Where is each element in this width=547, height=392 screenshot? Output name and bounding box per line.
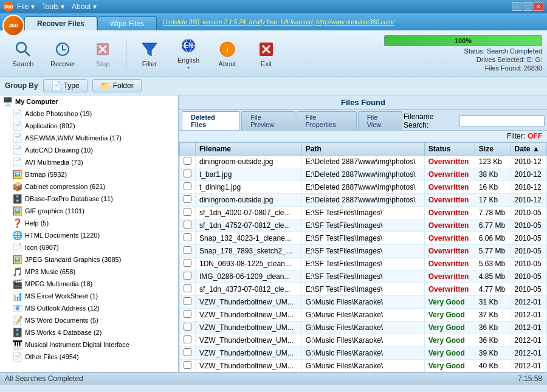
table-row[interactable]: diningroom-outside.jpg E:\Deleted 2887\w… bbox=[180, 156, 547, 168]
row-checkbox[interactable] bbox=[184, 348, 191, 356]
search-button[interactable]: Search bbox=[5, 36, 41, 70]
table-row[interactable]: sf_1dn_4752-07-0812_cle... E:\SF TestFil… bbox=[180, 219, 547, 232]
tree-item[interactable]: 📄AutoCAD Drawing (10) bbox=[0, 144, 178, 156]
row-checkbox[interactable] bbox=[184, 208, 191, 216]
row-checkbox[interactable] bbox=[184, 297, 191, 305]
file-table-container[interactable]: Filename Path Status Size Date ▲ diningr… bbox=[179, 142, 547, 372]
row-checkbox-cell bbox=[180, 322, 196, 334]
table-row[interactable]: IMG_0286-06-1209_clean... E:\SF TestFile… bbox=[180, 270, 547, 283]
col-header-size[interactable]: Size bbox=[475, 143, 511, 156]
table-row[interactable]: Snap_132_4023-1_cleane... E:\SF TestFile… bbox=[180, 232, 547, 245]
tree-item[interactable]: 🗄️DBase-FoxPro Database (11) bbox=[0, 193, 178, 205]
row-status: Overwritten bbox=[424, 181, 475, 194]
table-row[interactable]: VZW_Thunderboltnew_UM... G:\Music Files\… bbox=[180, 296, 547, 309]
tree-item[interactable]: ❓Help (5) bbox=[0, 217, 178, 229]
row-date: 2010-05 bbox=[511, 219, 546, 232]
tree-item[interactable]: 🎬MPEG Multimedia (18) bbox=[0, 278, 178, 290]
close-button[interactable]: ✕ bbox=[534, 2, 543, 11]
row-checkbox-cell bbox=[180, 194, 196, 207]
row-size: 5.63 Mb bbox=[475, 258, 511, 270]
filter-button[interactable]: Filter bbox=[131, 36, 168, 70]
tree-item[interactable]: 📄Application (892) bbox=[0, 120, 178, 132]
col-header-date[interactable]: Date ▲ bbox=[511, 143, 546, 156]
row-filename: sf_1dn_4373-07-0812_cle... bbox=[196, 283, 302, 296]
col-header-filename[interactable]: Filename bbox=[196, 143, 302, 156]
row-checkbox[interactable] bbox=[184, 182, 191, 190]
table-row[interactable]: VZW_Thunderboltnew_UM... G:\Music Files\… bbox=[180, 360, 547, 373]
row-checkbox[interactable] bbox=[184, 310, 191, 318]
header-link[interactable]: Undelete 360, version 2.1.5.24, totally … bbox=[163, 19, 394, 26]
row-checkbox[interactable] bbox=[184, 157, 191, 165]
row-status: Overwritten bbox=[424, 194, 475, 207]
row-checkbox[interactable] bbox=[184, 323, 191, 331]
tree-item[interactable]: 🎵MP3 Music (658) bbox=[0, 266, 178, 278]
row-path: G:\Music Files\Karaoke\ bbox=[301, 296, 424, 309]
row-checkbox[interactable] bbox=[184, 170, 191, 177]
table-row[interactable]: t_bar1.jpg E:\Deleted 2887\www\img\photo… bbox=[180, 168, 547, 181]
tree-item-label: MPEG Multimedia (18) bbox=[25, 280, 92, 287]
menu-file[interactable]: File ▾ bbox=[17, 2, 35, 11]
table-row[interactable]: Snap_178_7893_sketch2_... E:\SF TestFile… bbox=[180, 245, 547, 258]
toolbar-separator-1 bbox=[126, 38, 126, 69]
groupby-type-button[interactable]: 📄 Type bbox=[43, 79, 88, 92]
row-size: 5.77 Mb bbox=[475, 245, 511, 258]
col-header-status[interactable]: Status bbox=[424, 143, 475, 156]
table-row[interactable]: VZW_Thunderboltnew_UM... G:\Music Files\… bbox=[180, 334, 547, 347]
tab-deleted-files[interactable]: Deleted Files bbox=[182, 111, 240, 130]
row-date: 2010-05 bbox=[511, 283, 546, 296]
recover-button[interactable]: Recover bbox=[44, 36, 82, 70]
row-date: 2010-05 bbox=[511, 258, 546, 270]
row-checkbox[interactable] bbox=[184, 361, 191, 369]
row-status: Overwritten bbox=[424, 258, 475, 270]
row-checkbox[interactable] bbox=[184, 233, 191, 241]
row-checkbox[interactable] bbox=[184, 246, 191, 254]
exit-button[interactable]: Exit bbox=[248, 36, 284, 70]
tree-item[interactable]: 📄Adobe Photoshop (19) bbox=[0, 108, 178, 120]
tree-item[interactable]: 📝MS Word Documents (5) bbox=[0, 314, 178, 326]
col-header-path[interactable]: Path bbox=[301, 143, 424, 156]
table-row[interactable]: VZW_Thunderboltnew_UM... G:\Music Files\… bbox=[180, 322, 547, 334]
tree-root[interactable]: 🖥️ My Computer bbox=[0, 95, 178, 108]
table-row[interactable]: VZW_Thunderboltnew_UM... G:\Music Files\… bbox=[180, 347, 547, 360]
tree-item[interactable]: 📧MS Outlook Address (12) bbox=[0, 302, 178, 314]
table-row[interactable]: sf_1dn_4020-07-0807_cle... E:\SF TestFil… bbox=[180, 207, 547, 219]
table-row[interactable]: diningroom-outside.jpg E:\Deleted 2887\w… bbox=[180, 194, 547, 207]
row-checkbox[interactable] bbox=[184, 335, 191, 343]
tab-wipe-files[interactable]: Wipe Files bbox=[97, 16, 157, 30]
tree-item[interactable]: 🗄️MS Works 4 Database (2) bbox=[0, 326, 178, 339]
tab-file-properties[interactable]: File Properties bbox=[297, 111, 357, 130]
row-checkbox[interactable] bbox=[184, 259, 191, 267]
tree-item[interactable]: 🎹Musical Instrument Digital Interface bbox=[0, 339, 178, 351]
tree-item[interactable]: 🌐HTML Documents (1220) bbox=[0, 229, 178, 241]
row-size: 36 Kb bbox=[475, 322, 511, 334]
row-checkbox[interactable] bbox=[184, 195, 191, 203]
table-row[interactable]: t_dining1.jpg E:\Deleted 2887\www\img\ph… bbox=[180, 181, 547, 194]
tree-item[interactable]: 🖼️JPEG Standard Graphics (3085) bbox=[0, 253, 178, 266]
tree-item[interactable]: 📄Icon (6907) bbox=[0, 241, 178, 253]
stop-button[interactable]: Stop bbox=[84, 36, 121, 70]
table-row[interactable]: sf_1dn_4373-07-0812_cle... E:\SF TestFil… bbox=[180, 283, 547, 296]
table-row[interactable]: 1DN_0693-08-1225_clean... E:\SF TestFile… bbox=[180, 258, 547, 270]
tab-file-preview[interactable]: File Preview bbox=[241, 111, 295, 130]
row-checkbox[interactable] bbox=[184, 221, 191, 229]
tab-file-view[interactable]: File View bbox=[358, 111, 402, 130]
menu-about[interactable]: About ▾ bbox=[72, 2, 97, 11]
filename-search-input[interactable] bbox=[459, 115, 545, 126]
table-row[interactable]: VZW_Thunderboltnew_UM... G:\Music Files\… bbox=[180, 309, 547, 322]
row-checkbox[interactable] bbox=[184, 272, 191, 280]
groupby-folder-button[interactable]: 📁 Folder bbox=[92, 79, 142, 92]
tab-recover-files[interactable]: Recover Files bbox=[24, 16, 97, 30]
tree-item[interactable]: 📊MS Excel WorkSheet (1) bbox=[0, 290, 178, 302]
english-button[interactable]: EN English ▾ bbox=[170, 33, 207, 74]
about-button[interactable]: i About bbox=[209, 36, 246, 70]
tree-item[interactable]: 🖼️Bitmap (5932) bbox=[0, 168, 178, 181]
menu-tools[interactable]: Tools ▾ bbox=[42, 2, 64, 11]
minimize-button[interactable]: — bbox=[512, 2, 521, 11]
row-checkbox[interactable] bbox=[184, 284, 191, 292]
tree-item[interactable]: 📄AVI Multimedia (73) bbox=[0, 156, 178, 168]
maximize-button[interactable]: □ bbox=[523, 2, 532, 11]
tree-item[interactable]: 🖼️GIF graphics (1101) bbox=[0, 205, 178, 217]
tree-item[interactable]: 📄Other Files (4954) bbox=[0, 351, 178, 363]
tree-item[interactable]: 📦Cabinet compression (621) bbox=[0, 181, 178, 193]
tree-item[interactable]: 📄ASF,WMA,WMV Multimedia (17) bbox=[0, 132, 178, 144]
